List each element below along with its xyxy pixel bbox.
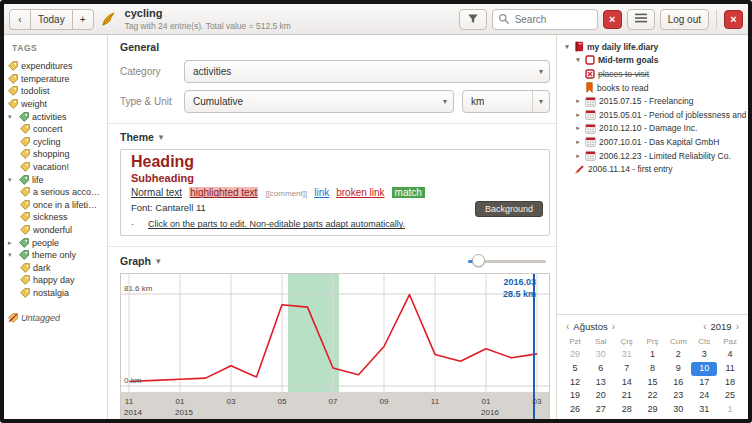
background-button[interactable]: Background xyxy=(475,201,543,217)
expander-icon[interactable]: ▸ xyxy=(574,97,582,105)
calendar-day[interactable]: 6 xyxy=(588,362,614,376)
search-input[interactable] xyxy=(513,13,589,26)
search-box[interactable] xyxy=(492,9,598,30)
calendar-day[interactable]: 20 xyxy=(588,389,614,403)
calendar-day[interactable]: 30 xyxy=(588,348,614,362)
tag-row[interactable]: Untagged xyxy=(4,311,107,324)
add-entry-button[interactable]: + xyxy=(72,9,94,30)
prev-year-button[interactable]: ‹ xyxy=(699,321,710,332)
theme-subheading-sample[interactable]: Subheading xyxy=(131,172,539,184)
calendar-day[interactable]: 12 xyxy=(562,376,588,390)
calendar-day[interactable]: 18 xyxy=(717,376,743,390)
close-button[interactable]: × xyxy=(724,10,743,29)
diary-row[interactable]: ▸2010.12.10 - Damage Inc. xyxy=(561,122,746,136)
tag-category-row[interactable]: ▸people xyxy=(4,236,107,249)
diary-row[interactable]: ▸2015.05.01 - Period of joblessness and … xyxy=(561,108,746,122)
diary-row[interactable]: books to read xyxy=(561,81,746,95)
diary-row[interactable]: ▸2015.07.15 - Freelancing xyxy=(561,94,746,108)
calendar-day[interactable]: 5 xyxy=(562,362,588,376)
slider-handle[interactable] xyxy=(472,254,485,267)
tag-row[interactable]: temperature xyxy=(4,73,107,86)
calendar-day[interactable]: 26 xyxy=(562,403,588,417)
logout-button[interactable]: Log out xyxy=(660,9,709,30)
theme-highlight-sample[interactable]: highlighted text xyxy=(189,187,258,198)
calendar-day[interactable]: 29 xyxy=(562,348,588,362)
calendar-day[interactable]: 30 xyxy=(665,403,691,417)
tag-row[interactable]: wonderful xyxy=(4,224,107,237)
calendar-day[interactable]: 4 xyxy=(717,348,743,362)
calendar-day[interactable]: 29 xyxy=(640,403,666,417)
theme-comment-sample[interactable]: [[comment]] xyxy=(265,189,307,198)
calendar-day[interactable]: 28 xyxy=(614,403,640,417)
graph-zoom-slider[interactable] xyxy=(468,254,546,268)
calendar-day[interactable]: 23 xyxy=(665,389,691,403)
expander-icon[interactable]: ▾ xyxy=(156,256,161,266)
menu-button[interactable] xyxy=(627,9,655,30)
tag-row[interactable]: cycling xyxy=(4,136,107,149)
tag-category-row[interactable]: ▾life xyxy=(4,173,107,186)
expander-icon[interactable]: ▾ xyxy=(8,176,16,184)
expander-icon[interactable]: ▾ xyxy=(563,43,571,51)
calendar-day[interactable]: 19 xyxy=(562,389,588,403)
tag-row[interactable]: vacation! xyxy=(4,161,107,174)
next-month-button[interactable]: › xyxy=(608,321,619,332)
calendar-day[interactable]: 15 xyxy=(640,376,666,390)
calendar-day[interactable]: 14 xyxy=(614,376,640,390)
theme-broken-link-sample[interactable]: broken link xyxy=(336,187,384,198)
calendar-day[interactable]: 3 xyxy=(691,348,717,362)
expander-icon[interactable]: ▸ xyxy=(574,152,582,160)
calendar-day[interactable]: 22 xyxy=(640,389,666,403)
expander-icon[interactable]: ▸ xyxy=(574,138,582,146)
calendar-day[interactable]: 1 xyxy=(717,403,743,417)
calendar-day[interactable]: 10 xyxy=(691,362,717,376)
tag-row[interactable]: weight xyxy=(4,98,107,111)
type-dropdown[interactable]: Cumulative ▾ xyxy=(184,90,454,113)
calendar-day[interactable]: 31 xyxy=(691,403,717,417)
filter-button[interactable] xyxy=(459,9,487,30)
graph-canvas[interactable]: 11201401201503050709110120160381.6 km0 k… xyxy=(121,274,549,419)
diary-row[interactable]: ▾Mid-term goals xyxy=(561,54,746,68)
theme-normal-text-sample[interactable]: Normal text xyxy=(131,187,182,198)
expander-icon[interactable]: ▸ xyxy=(574,111,582,119)
calendar-day[interactable]: 9 xyxy=(665,362,691,376)
next-year-button[interactable]: › xyxy=(732,321,743,332)
tag-category-row[interactable]: ▾theme only xyxy=(4,249,107,262)
calendar-day[interactable]: 2 xyxy=(665,348,691,362)
tag-row[interactable]: todolist xyxy=(4,85,107,98)
calendar-day[interactable]: 21 xyxy=(614,389,640,403)
tag-row[interactable]: shopping xyxy=(4,148,107,161)
diary-row[interactable]: places to visit xyxy=(561,67,746,81)
diary-row[interactable]: 2006.11.14 - first entry xyxy=(561,162,746,176)
tag-row[interactable]: expenditures xyxy=(4,60,107,73)
expander-icon[interactable]: ▾ xyxy=(159,132,164,142)
theme-match-sample[interactable]: match xyxy=(392,187,425,198)
tag-row[interactable]: sickness xyxy=(4,211,107,224)
calendar-day[interactable]: 8 xyxy=(640,362,666,376)
calendar-day[interactable]: 7 xyxy=(614,362,640,376)
expander-icon[interactable]: ▾ xyxy=(574,56,582,64)
calendar-day[interactable]: 31 xyxy=(614,348,640,362)
tag-row[interactable]: concert xyxy=(4,123,107,136)
tag-row[interactable]: happy day xyxy=(4,274,107,287)
diary-row[interactable]: ▸2007.10.01 - Das Kapital GmbH xyxy=(561,135,746,149)
graph-section-head[interactable]: Graph ▾ xyxy=(120,254,550,268)
back-button[interactable]: ‹ xyxy=(9,9,30,30)
diary-row[interactable]: ▸2006.12.23 - Limited Reliability Co. xyxy=(561,149,746,163)
tag-row[interactable]: dark xyxy=(4,262,107,275)
calendar-day[interactable]: 11 xyxy=(717,362,743,376)
tag-row[interactable]: a serious acco… xyxy=(4,186,107,199)
calendar-day[interactable]: 27 xyxy=(588,403,614,417)
calendar-day[interactable]: 24 xyxy=(691,389,717,403)
calendar-day[interactable]: 13 xyxy=(588,376,614,390)
theme-link-sample[interactable]: link xyxy=(314,187,329,198)
calendar-day[interactable]: 25 xyxy=(717,389,743,403)
category-dropdown[interactable]: activities ▾ xyxy=(184,60,550,83)
prev-month-button[interactable]: ‹ xyxy=(562,321,573,332)
tag-row[interactable]: nostalgia xyxy=(4,287,107,300)
today-button[interactable]: Today xyxy=(30,9,72,30)
theme-heading-sample[interactable]: Heading xyxy=(131,153,539,171)
theme-section-head[interactable]: Theme ▾ xyxy=(120,131,550,143)
calendar-day[interactable]: 17 xyxy=(691,376,717,390)
tag-row[interactable]: once in a lifeti… xyxy=(4,199,107,212)
diary-row[interactable]: ▾my daily life.diary xyxy=(561,40,746,54)
